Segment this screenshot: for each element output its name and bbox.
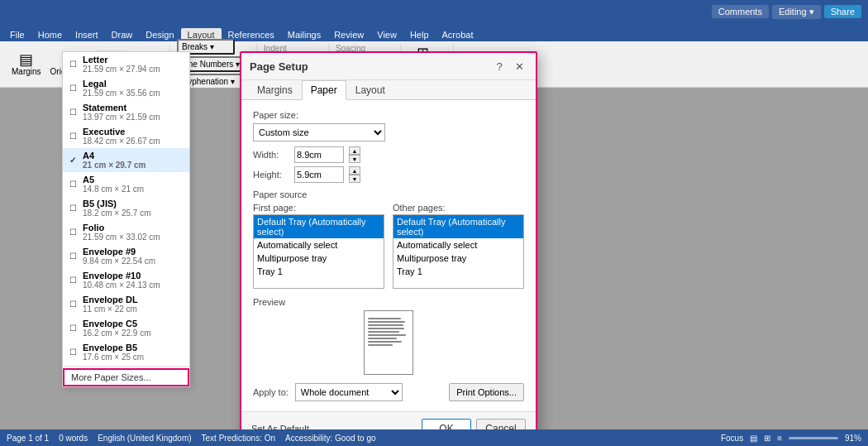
width-row: Width: ▲ ▼ <box>253 146 524 163</box>
ribbon-tabs: File Home Insert Draw Design Layout Refe… <box>0 23 868 41</box>
preview-label: Preview <box>253 297 524 307</box>
dialog-tab-margins[interactable]: Margins <box>248 80 302 100</box>
other-pages-item-default[interactable]: Default Tray (Automatically select) <box>393 215 523 238</box>
dropdown-item-envc5-name: Envelope C5 <box>83 319 151 329</box>
margins-button[interactable]: ▤ Margins <box>8 50 45 78</box>
dropdown-item-env10-name: Envelope #10 <box>83 271 160 281</box>
dropdown-item-a5-size: 14.8 cm × 21 cm <box>83 185 144 194</box>
status-bar: Page 1 of 1 0 words English (United King… <box>0 429 868 446</box>
width-decrement-button[interactable]: ▼ <box>349 155 360 163</box>
preview-line-9 <box>368 344 393 346</box>
first-page-item-auto[interactable]: Automatically select <box>254 238 384 252</box>
status-words: 0 words <box>59 434 88 443</box>
line-numbers-label: Line Numbers ▾ <box>182 60 240 69</box>
zoom-level: 91% <box>845 434 861 443</box>
tab-home[interactable]: Home <box>31 28 69 41</box>
apply-to-select[interactable]: Whole document <box>295 383 403 401</box>
width-increment-button[interactable]: ▲ <box>349 146 360 155</box>
focus-label[interactable]: Focus <box>721 434 743 443</box>
preview-lines <box>368 314 409 346</box>
dropdown-item-envc5-size: 16.2 cm × 22.9 cm <box>83 329 151 338</box>
dropdown-item-envc5[interactable]: ☐ Envelope C5 16.2 cm × 22.9 cm <box>63 316 189 340</box>
width-input[interactable] <box>294 146 344 163</box>
view-web-icon[interactable]: ⊞ <box>764 434 770 443</box>
height-row: Height: ▲ ▼ <box>253 166 524 183</box>
dropdown-item-envb5[interactable]: ☐ Envelope B5 17.6 cm × 25 cm <box>63 340 189 364</box>
dropdown-item-a5[interactable]: ☐ A5 14.8 cm × 21 cm <box>63 172 189 196</box>
dropdown-item-statement[interactable]: ☐ Statement 13.97 cm × 21.59 cm <box>63 100 189 124</box>
tab-design[interactable]: Design <box>139 28 180 41</box>
dropdown-item-envdl[interactable]: ☐ Envelope DL 11 cm × 22 cm <box>63 292 189 316</box>
print-options-button[interactable]: Print Options... <box>449 383 524 401</box>
height-spinner: ▲ ▼ <box>349 166 360 183</box>
tab-acrobat[interactable]: Acrobat <box>436 28 480 41</box>
first-page-source-list[interactable]: Default Tray (Automatically select) Auto… <box>253 214 384 289</box>
paper-source-section: Paper source First page: Default Tray (A… <box>253 189 524 289</box>
tab-review[interactable]: Review <box>327 28 370 41</box>
dropdown-item-executive-name: Executive <box>83 127 160 137</box>
preview-section: Preview <box>253 297 524 375</box>
other-pages-item-tray1[interactable]: Tray 1 <box>393 265 523 278</box>
dropdown-item-b5-name: B5 (JIS) <box>83 199 151 209</box>
dropdown-item-envdl-size: 11 cm × 22 cm <box>83 305 138 314</box>
width-label: Width: <box>253 150 289 160</box>
dropdown-item-envb5-name: Envelope B5 <box>83 343 144 352</box>
more-paper-sizes-button[interactable]: More Paper Sizes... <box>63 368 189 386</box>
tab-help[interactable]: Help <box>403 28 436 41</box>
dropdown-item-b5[interactable]: ☐ B5 (JIS) 18.2 cm × 25.7 cm <box>63 196 189 220</box>
dropdown-item-env9-name: Envelope #9 <box>83 247 155 257</box>
margins-label: Margins <box>12 67 41 76</box>
dropdown-item-a4-name: A4 <box>83 151 145 161</box>
tab-insert[interactable]: Insert <box>69 28 105 41</box>
first-page-item-tray1[interactable]: Tray 1 <box>254 265 384 278</box>
dropdown-item-executive-size: 18.42 cm × 26.67 cm <box>83 137 160 146</box>
dialog-title: Page Setup <box>250 60 308 73</box>
tab-view[interactable]: View <box>370 28 403 41</box>
tab-draw[interactable]: Draw <box>105 28 140 41</box>
dialog-tab-paper[interactable]: Paper <box>302 80 346 100</box>
height-input[interactable] <box>294 166 344 183</box>
dialog-tab-layout[interactable]: Layout <box>346 80 394 100</box>
first-page-item-multi[interactable]: Multipurpose tray <box>254 252 384 265</box>
preview-line-7 <box>368 338 397 339</box>
other-pages-item-auto[interactable]: Automatically select <box>393 238 523 252</box>
tab-mailings[interactable]: Mailings <box>281 28 327 41</box>
first-page-item-default[interactable]: Default Tray (Automatically select) <box>254 215 384 238</box>
margins-icon: ▤ <box>19 52 33 67</box>
view-read-icon[interactable]: ≡ <box>777 434 782 443</box>
preview-line-3 <box>368 324 403 326</box>
view-normal-icon[interactable]: ▤ <box>750 434 757 443</box>
dropdown-item-b5-size: 18.2 cm × 25.7 cm <box>83 209 151 218</box>
dropdown-item-a5-name: A5 <box>83 175 144 185</box>
comments-button[interactable]: Comments <box>712 5 769 18</box>
paper-size-dropdown[interactable]: ☐ Letter 21.59 cm × 27.94 cm ☐ Legal 21.… <box>62 51 190 387</box>
apply-to-label: Apply to: <box>253 387 289 397</box>
paper-size-select[interactable]: Custom size <box>253 123 385 141</box>
preview-line-1 <box>368 318 401 319</box>
editing-button[interactable]: Editing ▾ <box>772 5 821 19</box>
dropdown-item-statement-name: Statement <box>83 103 160 113</box>
dropdown-item-a4-size: 21 cm × 29.7 cm <box>83 161 145 170</box>
status-accessibility: Accessibility: Good to go <box>285 434 376 443</box>
dropdown-item-env9[interactable]: ☐ Envelope #9 9.84 cm × 22.54 cm <box>63 244 189 268</box>
zoom-slider[interactable] <box>789 437 838 439</box>
height-increment-button[interactable]: ▲ <box>349 166 360 175</box>
dialog-help-button[interactable]: ? <box>491 58 508 74</box>
other-pages-source-list[interactable]: Default Tray (Automatically select) Auto… <box>393 214 524 289</box>
dropdown-item-executive[interactable]: ☐ Executive 18.42 cm × 26.67 cm <box>63 124 189 148</box>
dropdown-item-env10[interactable]: ☐ Envelope #10 10.48 cm × 24.13 cm <box>63 268 189 292</box>
other-pages-item-multi[interactable]: Multipurpose tray <box>393 252 523 265</box>
dropdown-item-letter[interactable]: ☐ Letter 21.59 cm × 27.94 cm <box>63 52 189 76</box>
apply-to-row: Apply to: Whole document Print Options..… <box>253 383 524 401</box>
dropdown-item-folio[interactable]: ☐ Folio 21.59 cm × 33.02 cm <box>63 220 189 244</box>
height-decrement-button[interactable]: ▼ <box>349 175 360 183</box>
preview-line-5 <box>368 331 399 333</box>
share-button[interactable]: Share <box>824 5 861 18</box>
preview-line-8 <box>368 341 402 343</box>
status-right: Focus ▤ ⊞ ≡ 91% <box>721 434 861 443</box>
dropdown-item-legal[interactable]: ☐ Legal 21.59 cm × 35.56 cm <box>63 76 189 100</box>
dialog-close-button[interactable]: ✕ <box>511 58 527 74</box>
dropdown-item-statement-size: 13.97 cm × 21.59 cm <box>83 113 160 122</box>
tab-file[interactable]: File <box>3 28 31 41</box>
dropdown-item-a4[interactable]: ✓ A4 21 cm × 29.7 cm <box>63 148 189 172</box>
